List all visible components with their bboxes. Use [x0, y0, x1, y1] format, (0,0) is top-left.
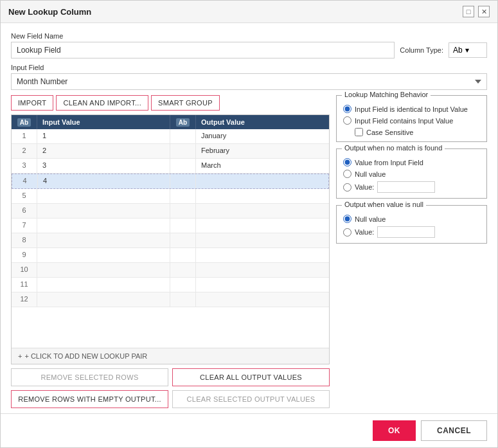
null-output-null[interactable]: Null value [343, 215, 480, 223]
row-input [37, 263, 170, 277]
row-output [196, 189, 329, 203]
row-output-type [170, 292, 196, 307]
matching-contains-option[interactable]: Input Field contains Input Value [343, 116, 480, 125]
row-num: 11 [12, 278, 37, 292]
table-row[interactable]: 9 [12, 248, 329, 263]
row-output-type [170, 248, 196, 262]
null-output-value-input[interactable] [377, 226, 435, 238]
null-output-options: Null value Value: [343, 215, 480, 238]
bottom-buttons-row2: REMOVE ROWS WITH EMPTY OUTPUT... CLEAR S… [11, 390, 330, 408]
dialog-title: New Lookup Column [8, 7, 91, 17]
table-row[interactable]: 10 [12, 263, 329, 278]
row-output-type [170, 233, 196, 247]
row-input: 3 [37, 159, 170, 173]
table-header: Ab Input Value Ab Output Value [12, 115, 329, 129]
row-input: 4 [38, 174, 170, 188]
th-input-value: Input Value [37, 115, 170, 129]
column-type-chevron-icon: ▾ [465, 46, 469, 55]
row-num: 4 [12, 174, 38, 188]
no-match-null[interactable]: Null value [343, 170, 480, 178]
case-sensitive-option[interactable]: Case Sensitive [355, 128, 480, 136]
row-output-type [170, 129, 196, 143]
row-num: 5 [12, 189, 37, 203]
right-panel: Lookup Matching Behavior Input Field is … [336, 95, 487, 408]
input-field-select[interactable]: Month Number [11, 73, 487, 90]
matching-identical-radio[interactable] [343, 105, 351, 113]
add-pair-label: + CLICK TO ADD NEW LOOKUP PAIR [24, 352, 147, 360]
table-row[interactable]: 4 4 [12, 174, 329, 189]
no-match-null-radio[interactable] [343, 170, 351, 178]
no-match-from-input-radio[interactable] [343, 158, 351, 166]
null-output-value-label: Value: [355, 228, 374, 236]
table-row[interactable]: 11 [12, 278, 329, 292]
ok-button[interactable]: OK [373, 420, 416, 441]
th-output-type: Ab [170, 115, 196, 129]
null-output-title: Output when value is null [342, 201, 426, 208]
row-num: 10 [12, 263, 37, 277]
no-match-value-input[interactable] [377, 181, 435, 193]
row-output-type [170, 219, 196, 233]
row-output-type [170, 144, 196, 158]
lookup-matching-title: Lookup Matching Behavior [342, 91, 431, 98]
row-output-type [170, 204, 196, 218]
cancel-button[interactable]: CANCEL [421, 420, 487, 441]
new-lookup-column-dialog: New Lookup Column □ ✕ New Field Name Col… [0, 0, 498, 448]
row-output [196, 174, 328, 188]
row-output: January [196, 129, 329, 143]
row-num: 8 [12, 233, 37, 247]
row-input [37, 233, 170, 247]
clear-all-button[interactable]: CLEAR ALL OUTPUT VALUES [172, 368, 330, 386]
table-row[interactable]: 8 [12, 233, 329, 248]
column-type-select[interactable]: Ab ▾ [449, 42, 487, 58]
smart-group-button[interactable]: SMART GROUP [151, 95, 220, 111]
row-output [196, 292, 329, 307]
table-body: 1 1 January 2 2 February 3 3 March 4 4 5… [12, 129, 329, 348]
case-sensitive-checkbox[interactable] [355, 128, 363, 136]
lookup-table: Ab Input Value Ab Output Value 1 1 Janua… [11, 114, 330, 364]
table-row[interactable]: 12 [12, 292, 329, 307]
table-row[interactable]: 7 [12, 219, 329, 233]
null-output-null-label: Null value [355, 215, 386, 223]
row-num: 1 [12, 129, 37, 143]
row-output [196, 248, 329, 262]
remove-empty-button[interactable]: REMOVE ROWS WITH EMPTY OUTPUT... [11, 390, 168, 408]
dialog-footer: OK CANCEL [1, 413, 497, 447]
matching-identical-label: Input Field is identical to Input Value [355, 105, 468, 113]
row-output-type [170, 159, 196, 173]
remove-selected-button[interactable]: REMOVE SELECTED ROWS [11, 368, 168, 386]
column-type-label: Column Type: [400, 46, 443, 54]
matching-contains-radio[interactable] [343, 116, 351, 125]
maximize-button[interactable]: □ [463, 6, 474, 17]
dialog-body: New Field Name Column Type: Ab ▾ Input F… [1, 23, 497, 413]
row-num: 9 [12, 248, 37, 262]
import-button[interactable]: IMPORT [11, 95, 53, 111]
bottom-buttons-row1: REMOVE SELECTED ROWS CLEAR ALL OUTPUT VA… [11, 368, 330, 386]
add-pair-icon: + [18, 352, 22, 360]
row-input [37, 204, 170, 218]
table-row[interactable]: 3 3 March [12, 159, 329, 174]
null-output-section: Output when value is null Null value Val… [336, 205, 487, 244]
no-match-from-input[interactable]: Value from Input Field [343, 158, 480, 166]
table-row[interactable]: 2 2 February [12, 144, 329, 159]
row-num: 12 [12, 292, 37, 307]
close-button[interactable]: ✕ [478, 6, 490, 17]
no-match-value-radio[interactable] [343, 183, 351, 192]
left-panel: IMPORT CLEAN AND IMPORT... SMART GROUP A… [11, 95, 330, 408]
row-input [37, 219, 170, 233]
clean-import-button[interactable]: CLEAN AND IMPORT... [56, 95, 148, 111]
null-output-null-radio[interactable] [343, 215, 351, 223]
row-input [37, 189, 170, 203]
row-output [196, 219, 329, 233]
clear-selected-button[interactable]: CLEAR SELECTED OUTPUT VALUES [172, 390, 330, 408]
table-row[interactable]: 1 1 January [12, 129, 329, 144]
null-output-value-radio[interactable] [343, 228, 351, 237]
null-output-value-row: Value: [343, 226, 480, 238]
table-row[interactable]: 5 [12, 189, 329, 204]
row-input [37, 292, 170, 307]
field-name-input[interactable] [11, 42, 395, 58]
table-row[interactable]: 6 [12, 204, 329, 219]
matching-identical-option[interactable]: Input Field is identical to Input Value [343, 105, 480, 113]
no-match-value-label: Value: [355, 183, 374, 191]
add-pair-row[interactable]: + + CLICK TO ADD NEW LOOKUP PAIR [12, 348, 329, 364]
lookup-matching-section: Lookup Matching Behavior Input Field is … [336, 95, 487, 142]
